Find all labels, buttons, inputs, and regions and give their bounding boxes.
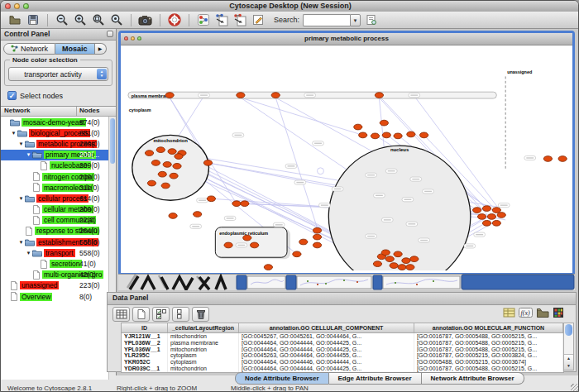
tree-row-node-count: 209(0) — [79, 173, 100, 181]
new-attribute-button[interactable] — [132, 307, 150, 322]
tree-row[interactable]: ▼cellular process614(0) — [1, 193, 109, 203]
tree-row-label: unassigned — [20, 281, 59, 289]
tab-network[interactable]: Network — [3, 43, 55, 55]
tree-row-node-count: 8(0) — [79, 293, 92, 301]
background-frames-strip[interactable] — [118, 274, 575, 290]
file-icon — [32, 216, 41, 225]
tree-row[interactable]: mosaic-demo-yeast874(0) — [1, 117, 109, 127]
status-welcome: Welcome to Cytoscape 2.8.1 — [7, 385, 92, 392]
table-cell: cytoplasm — [168, 352, 239, 359]
zoom-out-icon[interactable] — [55, 12, 69, 27]
table-cell: YLR295C — [122, 352, 168, 359]
tree-row[interactable]: multi-organism pro42(0) — [1, 270, 109, 280]
float-panel-icon[interactable] — [107, 31, 113, 37]
network-tree-panel: Network Nodes mosaic-demo-yeast874(0)▼bi… — [1, 106, 116, 380]
tree-row[interactable]: ▼metabolic process280(0) — [1, 138, 109, 149]
tab-node-attribute-browser[interactable]: Node Attribute Browser — [235, 372, 329, 385]
table-row[interactable]: YPL036W__1mitochondrion[GO:0044464, GO:0… — [122, 347, 563, 353]
zoom-fit-icon[interactable] — [91, 12, 106, 27]
table-row[interactable]: YLR295Ccytoplasm[GO:0045263, GO:0044464,… — [122, 352, 563, 359]
tree-row[interactable]: nitrogen compo209(0) — [1, 171, 109, 182]
table-cell: [GO:0045267, GO:0045261, GO:0044464, G..… — [239, 333, 414, 340]
disclosure-triangle-icon[interactable]: ▼ — [25, 152, 32, 157]
help-icon[interactable] — [167, 12, 182, 27]
disclosure-triangle-icon[interactable]: ▼ — [25, 251, 32, 256]
tab-mosaic[interactable]: Mosaic — [55, 43, 95, 55]
tree-row[interactable]: cell communicat22(0) — [1, 215, 109, 226]
table-scrollbar-thumb[interactable] — [565, 324, 572, 336]
table-row[interactable]: YDR039C__1mitochondrion[GO:0044464, GO:0… — [122, 366, 563, 372]
tree-row[interactable]: Overview8(0) — [1, 291, 109, 302]
network-frame-titlebar[interactable]: primary metabolic process — [121, 33, 572, 45]
tree-row[interactable]: secretion41(0) — [1, 258, 109, 269]
tree-row[interactable]: response to stimulu264(0) — [1, 226, 109, 237]
network-view-frame[interactable]: primary metabolic process — [118, 31, 575, 275]
attribute-table-body: YJR121W__1mitochondrion[GO:0045267, GO:0… — [122, 333, 563, 372]
matrix-icon[interactable] — [553, 307, 564, 322]
function-builder-icon[interactable]: f(x) — [519, 307, 533, 322]
table-row[interactable]: YKR052Ccytoplasm[GO:0044464, GO:0044446,… — [122, 359, 563, 366]
window-title: Cytoscape Desktop (New Session) — [1, 2, 579, 10]
select-nodes-checkbox[interactable]: ✓ — [7, 91, 17, 100]
formula-table-icon[interactable] — [503, 307, 515, 322]
node-color-dropdown[interactable]: transporter activity ▲▼ — [8, 67, 108, 81]
tab-edge-attribute-browser[interactable]: Edge Attribute Browser — [329, 372, 422, 385]
table-cell: [GO:0016787, GO:0005488, GO:0005215, G..… — [414, 333, 563, 340]
attribute-browser-tabs: Node Attribute BrowserEdge Attribute Bro… — [235, 372, 524, 385]
toolbar-separator — [47, 14, 48, 26]
unassigned-label: unassigned — [507, 69, 532, 74]
open-icon[interactable] — [7, 12, 22, 27]
disclosure-triangle-icon[interactable]: ▼ — [17, 240, 25, 245]
disclosure-triangle-icon[interactable]: ▼ — [17, 141, 25, 146]
folder-icon — [10, 118, 20, 127]
vizmapper-icon[interactable] — [196, 12, 211, 27]
resize-grip[interactable] — [571, 384, 579, 392]
data-panel-right-icons: f(x) — [503, 307, 564, 322]
table-row[interactable]: YPL036W__2plasma membrane[GO:0044464, GO… — [122, 340, 563, 347]
folder-icon — [25, 140, 35, 148]
tab-network-attribute-browser[interactable]: Network Attribute Browser — [422, 372, 524, 385]
snapshot-icon[interactable] — [138, 12, 153, 27]
delete-attribute-button[interactable] — [192, 307, 209, 322]
network-graph: plasma membrane cytoplasm mitochondrion … — [121, 45, 572, 270]
disclosure-triangle-icon[interactable]: ▼ — [17, 196, 25, 201]
tree-row[interactable]: ▼primary metabo209(... — [1, 150, 109, 160]
tree-row[interactable]: ▼establishment of lo558(0) — [1, 237, 109, 247]
table-row[interactable]: YJR121W__1mitochondrion[GO:0045267, GO:0… — [122, 333, 563, 340]
col-id: ID — [122, 323, 168, 332]
table-cell: plasma membrane — [168, 340, 239, 347]
search-input[interactable] — [303, 14, 350, 26]
table-cell: mitochondrion — [168, 347, 239, 353]
attribute-table-header[interactable]: ID _cellularLayoutRegion annotation.GO C… — [122, 323, 563, 333]
disclosure-triangle-icon[interactable]: ▼ — [10, 131, 17, 136]
tree-row-node-count: 558(0) — [79, 238, 100, 246]
main-toolbar: Search: ▼ — [1, 12, 579, 29]
table-scrollbar-arrows[interactable]: ▲▼ — [564, 354, 573, 370]
annotation-icon[interactable] — [251, 12, 266, 27]
tree-row[interactable]: cellular metabo209(0) — [1, 204, 109, 215]
tree-row-label: secretion — [50, 260, 82, 268]
tree-row-node-count: 41(0) — [79, 260, 96, 268]
tab-overflow-button[interactable]: ▶ — [95, 43, 107, 55]
table-scrollbar[interactable]: ▲▼ — [564, 323, 574, 370]
zoom-in-icon[interactable] — [73, 12, 88, 27]
search-options-icon[interactable] — [364, 12, 379, 27]
tree-scrollbar-thumb[interactable] — [110, 118, 115, 164]
tree-row[interactable]: ▼biological_process651(0) — [1, 127, 109, 138]
network-canvas[interactable]: plasma membrane cytoplasm mitochondrion … — [121, 45, 572, 270]
unselect-attributes-button[interactable] — [172, 307, 189, 322]
select-nodes-label: Select nodes — [20, 92, 63, 100]
tree-row[interactable]: nucleobase-209(0) — [1, 160, 109, 171]
attribute-table-button[interactable] — [112, 307, 130, 322]
save-icon[interactable] — [26, 12, 41, 27]
select-attributes-button[interactable] — [152, 307, 170, 322]
import-network-icon[interactable] — [214, 12, 229, 27]
tree-row[interactable]: macromolecule311(0) — [1, 182, 109, 193]
import-attribute-file-icon[interactable] — [536, 307, 549, 322]
zoom-selected-icon[interactable] — [109, 12, 124, 27]
search-dropdown-button[interactable]: ▼ — [350, 14, 361, 26]
node-color-selection-group: Node color selection transporter activit… — [4, 60, 112, 86]
tree-row[interactable]: ▼transport558(0) — [1, 247, 109, 258]
import-attributes-icon[interactable] — [232, 12, 247, 27]
tree-row[interactable]: unassigned223(0) — [1, 280, 109, 291]
